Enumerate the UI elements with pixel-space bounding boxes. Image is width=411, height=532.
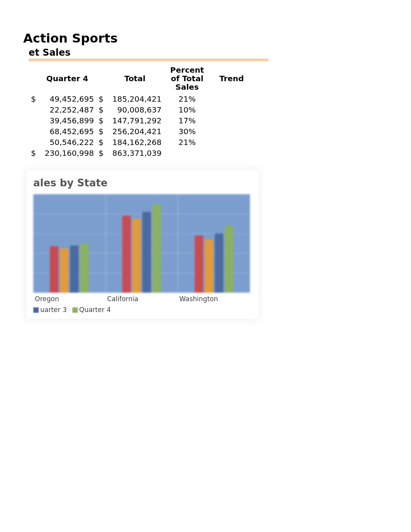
cell-pct: 17% xyxy=(164,115,210,126)
cell-q4: 230,160,998 xyxy=(38,148,96,159)
dollar-sign: $ xyxy=(96,94,106,104)
x-axis-label: Washington xyxy=(178,295,250,303)
table-row: $49,452,695$185,204,42121% xyxy=(29,94,253,104)
x-axis-label: Oregon xyxy=(33,295,106,303)
chart-bar xyxy=(225,226,233,293)
table-row: 39,456,899$147,791,29217% xyxy=(29,115,253,126)
cell-trend xyxy=(210,126,253,137)
dollar-sign: $ xyxy=(96,148,106,159)
cell-total: 185,204,421 xyxy=(106,94,164,104)
chart-bar xyxy=(152,204,161,293)
chart-bar xyxy=(205,239,213,293)
cell-total: 90,008,637 xyxy=(106,104,164,115)
cell-pct xyxy=(164,148,210,159)
chart-bar xyxy=(132,219,141,293)
cell-total: 863,371,039 xyxy=(106,148,164,159)
cell-pct: 30% xyxy=(164,126,210,137)
chart-bar xyxy=(195,235,203,293)
legend-label: Quarter 4 xyxy=(79,306,111,314)
cell-pct: 10% xyxy=(164,104,210,115)
cell-trend xyxy=(210,115,253,126)
page-subtitle: et Sales xyxy=(29,47,411,58)
col-header-trend: Trend xyxy=(210,63,253,94)
page-title: Action Sports xyxy=(23,31,411,46)
cell-q4: 22,252,487 xyxy=(38,104,96,115)
table-row: 68,452,695$256,204,42130% xyxy=(29,126,253,137)
col-header-total: Total xyxy=(106,63,164,94)
cell-total: 184,162,268 xyxy=(106,137,164,148)
dollar-sign xyxy=(29,137,38,148)
col-header-pct: Percent of Total Sales xyxy=(164,63,210,94)
chart-bar xyxy=(142,212,151,293)
table-row: $230,160,998$863,371,039 xyxy=(29,148,253,159)
chart-legend: uarter 3Quarter 4 xyxy=(33,306,252,314)
table-row: 22,252,487$90,008,63710% xyxy=(29,104,253,115)
chart-x-axis-labels: OregonCaliforniaWashington xyxy=(33,295,250,303)
dollar-sign: $ xyxy=(29,94,38,104)
chart-bar xyxy=(60,248,68,293)
x-axis-label: California xyxy=(106,295,178,303)
legend-swatch xyxy=(72,307,78,313)
cell-trend xyxy=(210,94,253,104)
cell-pct: 21% xyxy=(164,137,210,148)
legend-item: uarter 3 xyxy=(33,306,67,314)
chart-title: ales by State xyxy=(33,177,252,189)
dollar-sign xyxy=(29,115,38,126)
cell-trend xyxy=(210,104,253,115)
cell-total: 256,204,421 xyxy=(106,126,164,137)
dollar-sign: $ xyxy=(96,115,106,126)
dollar-sign: $ xyxy=(96,137,106,148)
dollar-sign xyxy=(29,104,38,115)
dollar-sign: $ xyxy=(29,148,38,159)
dollar-sign: $ xyxy=(96,126,106,137)
dollar-sign xyxy=(29,126,38,137)
chart-bar xyxy=(215,234,223,293)
cell-trend xyxy=(210,137,253,148)
table-row: 50,546,222$184,162,26821% xyxy=(29,137,253,148)
legend-item: Quarter 4 xyxy=(72,306,111,314)
col-header-q4: Quarter 4 xyxy=(38,63,96,94)
cell-q4: 68,452,695 xyxy=(38,126,96,137)
cell-trend xyxy=(210,148,253,159)
chart-bar xyxy=(70,246,79,293)
title-rule xyxy=(29,59,269,62)
cell-q4: 49,452,695 xyxy=(38,94,96,104)
chart-plot-area xyxy=(33,194,250,293)
chart-bar xyxy=(80,244,89,293)
cell-q4: 39,456,899 xyxy=(38,115,96,126)
cell-pct: 21% xyxy=(164,94,210,104)
sales-table: Quarter 4 Total Percent of Total Sales T… xyxy=(29,63,253,159)
legend-label: uarter 3 xyxy=(40,306,67,314)
legend-swatch xyxy=(33,307,39,313)
chart-bar xyxy=(122,216,131,293)
cell-total: 147,791,292 xyxy=(106,115,164,126)
chart-bar xyxy=(50,246,58,293)
dollar-sign: $ xyxy=(96,104,106,115)
cell-q4: 50,546,222 xyxy=(38,137,96,148)
chart-card: ales by State OregonCaliforniaWashington… xyxy=(26,170,259,319)
